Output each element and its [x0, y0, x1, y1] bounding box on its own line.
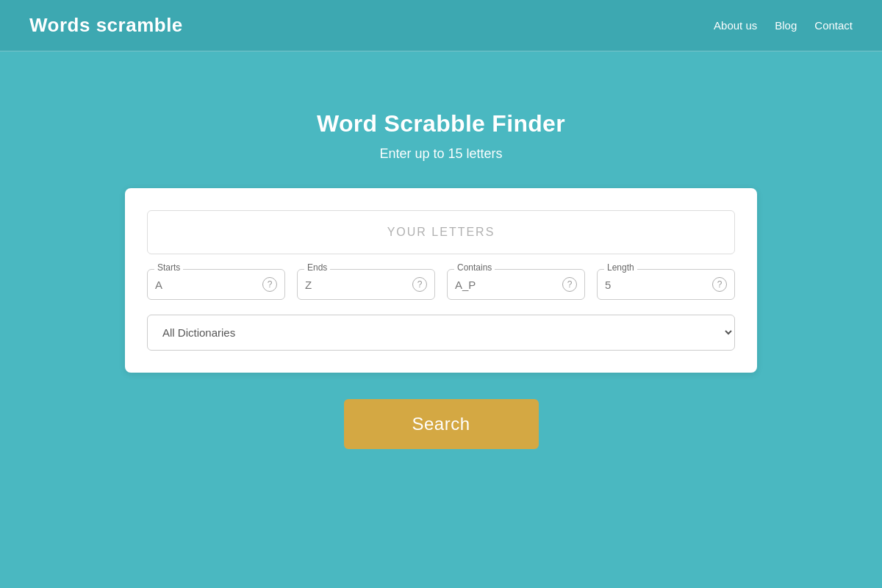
nav-blog[interactable]: Blog [775, 19, 797, 32]
starts-help-icon[interactable]: ? [262, 277, 277, 292]
search-button-wrap: Search [344, 399, 539, 449]
filter-contains: Contains ? [447, 269, 585, 300]
ends-input[interactable] [305, 279, 408, 291]
page-title: Word Scrabble Finder [317, 110, 565, 137]
length-input-wrap: ? [597, 269, 735, 300]
letters-input[interactable] [147, 210, 735, 254]
ends-help-icon[interactable]: ? [412, 277, 427, 292]
contains-help-icon[interactable]: ? [562, 277, 577, 292]
filter-starts: Starts ? [147, 269, 285, 300]
contains-input-wrap: ? [447, 269, 585, 300]
starts-input-wrap: ? [147, 269, 285, 300]
starts-input[interactable] [155, 279, 258, 291]
header: Words scramble About us Blog Contact [0, 0, 882, 51]
starts-label: Starts [154, 262, 183, 273]
filters-row: Starts ? Ends ? Contains ? [147, 269, 735, 300]
filter-ends: Ends ? [297, 269, 435, 300]
filter-length: Length ? [597, 269, 735, 300]
length-input[interactable] [605, 279, 708, 291]
contains-label: Contains [454, 262, 495, 273]
page-subtitle: Enter up to 15 letters [379, 146, 502, 162]
length-help-icon[interactable]: ? [712, 277, 727, 292]
site-logo: Words scramble [29, 14, 183, 37]
search-button[interactable]: Search [344, 399, 539, 449]
nav-about[interactable]: About us [714, 19, 757, 32]
length-label: Length [604, 262, 637, 273]
ends-input-wrap: ? [297, 269, 435, 300]
dictionary-select[interactable]: All Dictionaries English (TWL) English (… [147, 315, 735, 351]
nav-contact[interactable]: Contact [814, 19, 853, 32]
main-content: Word Scrabble Finder Enter up to 15 lett… [0, 51, 882, 449]
nav-menu: About us Blog Contact [714, 19, 853, 32]
ends-label: Ends [304, 262, 330, 273]
search-card: Starts ? Ends ? Contains ? [125, 188, 757, 373]
contains-input[interactable] [455, 279, 558, 291]
